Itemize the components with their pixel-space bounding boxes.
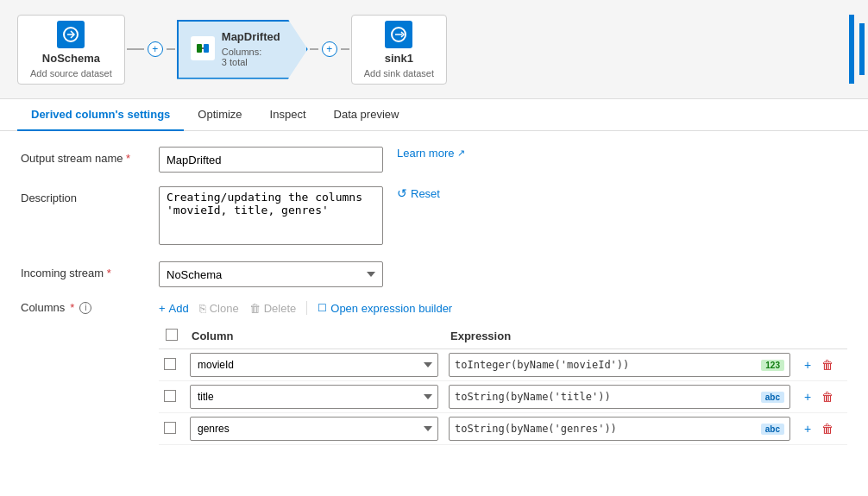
columns-content: + Add ⎘ Clone 🗑 Delete ☐ Open expressi (159, 301, 847, 445)
tabs-bar: Derived column's settings Optimize Inspe… (0, 99, 868, 131)
expression-text-2: toString(byName('genres')) (455, 423, 756, 435)
description-label: Description (21, 186, 159, 204)
clone-column-button[interactable]: ⎘ Clone (199, 302, 239, 315)
add-row-btn-2[interactable]: + (801, 420, 815, 437)
expression-field-1[interactable]: toString(byName('title')) abc (449, 385, 790, 409)
row-checkbox-2[interactable] (164, 422, 176, 434)
output-stream-input[interactable] (159, 147, 383, 173)
table-row: movieId toInteger(byName('movieId')) 123 (159, 349, 847, 381)
delete-icon: 🗑 (249, 302, 261, 315)
side-actions-desc: ↺ Reset (397, 186, 440, 200)
table-row: title toString(byName('title')) abc + (159, 381, 847, 413)
expression-text-0: toInteger(byName('movieId')) (455, 359, 756, 371)
incoming-stream-select[interactable]: NoSchema (159, 261, 383, 287)
blue-bar-2 (859, 23, 865, 75)
columns-info-icon[interactable]: i (79, 302, 91, 314)
add-connector-btn-2[interactable]: + (322, 41, 337, 57)
open-expr-label: Open expression builder (330, 302, 452, 315)
table-row: genres toString(byName('genres')) abc (159, 413, 847, 445)
description-textarea[interactable]: Creating/updating the columns 'movieId, … (159, 186, 383, 245)
tab-optimize[interactable]: Optimize (184, 99, 255, 131)
columns-table: Column Expression movieId (159, 323, 847, 445)
noschemaN-node[interactable]: NoSchema Add source dataset (17, 15, 125, 85)
columns-toolbar: + Add ⎘ Clone 🗑 Delete ☐ Open expressi (159, 301, 847, 315)
row-checkbox-0[interactable] (164, 358, 176, 370)
add-row-btn-1[interactable]: + (801, 388, 815, 405)
mapdrifted-title: MapDrifted (222, 30, 280, 43)
svg-rect-2 (204, 44, 209, 53)
external-link-icon: ↗ (457, 148, 465, 159)
expression-field-0[interactable]: toInteger(byName('movieId')) 123 (449, 353, 790, 377)
clone-label: Clone (210, 302, 239, 315)
column-header: Column (185, 323, 443, 349)
delete-column-button[interactable]: 🗑 Delete (249, 302, 297, 315)
delete-row-btn-2[interactable]: 🗑 (818, 420, 837, 437)
map-icon (191, 36, 215, 60)
delete-label: Delete (264, 302, 297, 315)
noschema-title: NoSchema (42, 52, 100, 65)
select-all-checkbox[interactable] (166, 329, 178, 341)
description-control: Creating/updating the columns 'movieId, … (159, 186, 383, 248)
expression-text-1: toString(byName('title')) (455, 391, 756, 403)
columns-label-text: Columns (21, 301, 65, 314)
expr-badge-2: abc (761, 424, 784, 435)
output-stream-row: Output stream name Learn more ↗ (21, 147, 847, 173)
tab-derived[interactable]: Derived column's settings (17, 99, 184, 131)
toolbar-separator (306, 301, 307, 315)
pipeline-canvas: NoSchema Add source dataset + MapDrifted… (0, 0, 868, 99)
column-name-select-2[interactable]: genres (190, 417, 438, 441)
column-name-select-0[interactable]: movieId (190, 353, 438, 377)
columns-section: Columns * i + Add ⎘ Clone (21, 301, 847, 445)
add-icon: + (159, 302, 166, 315)
learn-more-text: Learn more (397, 147, 454, 160)
sink-icon (385, 21, 412, 48)
description-row: Description Creating/updating the column… (21, 186, 847, 248)
expression-field-2[interactable]: toString(byName('genres')) abc (449, 417, 790, 441)
reset-button[interactable]: ↺ Reset (397, 186, 440, 200)
reset-label: Reset (411, 187, 440, 200)
mapdrifted-cols-label: Columns: (222, 47, 280, 57)
output-stream-label: Output stream name (21, 147, 159, 165)
mapdrifted-node[interactable]: MapDrifted Columns: 3 total (177, 20, 308, 79)
clone-icon: ⎘ (199, 302, 206, 315)
source-icon (57, 21, 85, 48)
row-checkbox-1[interactable] (164, 390, 176, 402)
column-name-select-1[interactable]: title (190, 385, 438, 409)
add-connector-btn[interactable]: + (148, 41, 163, 57)
sink1-subtitle: Add sink dataset (364, 68, 434, 78)
delete-row-btn-1[interactable]: 🗑 (818, 388, 837, 405)
delete-row-btn-0[interactable]: 🗑 (818, 356, 837, 374)
side-actions-stream: Learn more ↗ (397, 147, 465, 160)
learn-more-link[interactable]: Learn more ↗ (397, 147, 465, 160)
svg-rect-1 (197, 44, 202, 53)
noschema-subtitle: Add source dataset (30, 68, 112, 78)
incoming-stream-control: NoSchema (159, 261, 383, 287)
mapdrifted-cols-count: 3 total (222, 57, 280, 67)
open-expression-builder-button[interactable]: ☐ Open expression builder (318, 302, 452, 315)
incoming-stream-row: Incoming stream NoSchema (21, 261, 847, 287)
columns-label: Columns * i (21, 301, 159, 314)
output-stream-control (159, 147, 383, 173)
expr-badge-0: 123 (761, 360, 784, 371)
incoming-stream-label: Incoming stream (21, 261, 159, 279)
add-label: Add (169, 302, 189, 315)
add-row-btn-0[interactable]: + (801, 356, 815, 374)
blue-bar-1 (849, 15, 854, 84)
sink1-title: sink1 (385, 52, 413, 65)
expression-header: Expression (443, 323, 796, 349)
tab-preview[interactable]: Data preview (320, 99, 413, 131)
add-column-button[interactable]: + Add (159, 302, 189, 315)
reset-icon: ↺ (397, 186, 407, 200)
settings-panel: Output stream name Learn more ↗ Descript… (0, 131, 868, 492)
expr-badge-1: abc (761, 392, 784, 403)
sink1-node[interactable]: sink1 Add sink dataset (351, 15, 447, 85)
open-expr-icon: ☐ (318, 302, 327, 314)
tab-inspect[interactable]: Inspect (256, 99, 320, 131)
